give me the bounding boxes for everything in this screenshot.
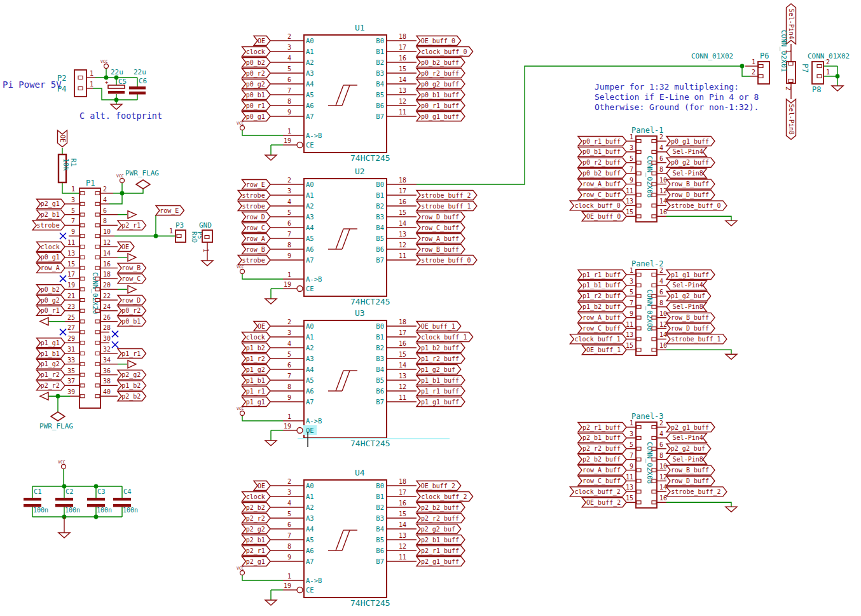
wire[interactable]	[242, 575, 283, 580]
pwr-flag-label[interactable]: PWR_FLAG	[39, 422, 73, 430]
net-label-Sel-Pin8[interactable]: Sel-Pin8	[787, 99, 796, 139]
cap-ref[interactable]: C2	[65, 488, 74, 495]
net-label-row_A_buff[interactable]: row_A_buff	[578, 313, 626, 322]
vcc-symbol[interactable]	[240, 270, 245, 274]
cap-ref[interactable]: C1	[34, 488, 42, 495]
net-label-p2_g1[interactable]: p2_g1	[242, 557, 271, 566]
net-label-OE[interactable]: OE	[58, 130, 67, 147]
net-label-p2_r2_buff[interactable]: p2_r2_buff	[417, 514, 465, 523]
net-label-p1_g2_buf[interactable]: p1_g2_buf	[666, 291, 711, 301]
resistor-ref[interactable]: R1	[69, 158, 78, 167]
net-label-p2_b1_buff[interactable]: p2_b1_buff	[578, 433, 626, 442]
net-label-p1_g1_buff[interactable]: p1_g1_buff	[666, 270, 715, 280]
net-label-p1_b2[interactable]: p1_b2	[242, 343, 271, 353]
net-label-row_C_buff[interactable]: row_C_buff	[578, 190, 626, 200]
net-label-row_B_buff[interactable]: row_B_buff	[666, 465, 715, 475]
cap-value[interactable]: 100n	[97, 507, 112, 514]
net-label-p0_r2_buff[interactable]: p0_r2_buff	[578, 158, 626, 167]
cap-ref[interactable]: C4	[123, 488, 132, 495]
net-label-p0_b1_buff[interactable]: p0_b1_buff	[578, 147, 626, 156]
net-label-strobe_buff_2[interactable]: strobe_buff_2	[417, 191, 477, 200]
capacitor-C3[interactable]	[87, 498, 105, 501]
ic-part-number[interactable]: 74HCT245	[350, 439, 390, 448]
net-label-OE_buff_1[interactable]: OE_buff_1	[582, 345, 626, 355]
net-label-OE_buff_0[interactable]: OE_buff_0	[417, 36, 461, 46]
net-label-p2_g1_buff[interactable]: p2_g1_buff	[417, 557, 465, 566]
connector-value[interactable]: GND	[199, 221, 212, 229]
net-label-p0_b2_buff[interactable]: p0_b2_buff	[578, 168, 626, 178]
net-label-p2_r2[interactable]: p2_r2	[37, 381, 65, 390]
wire[interactable]	[109, 193, 122, 204]
net-label-p0_g2_buff[interactable]: p0_g2_buff	[417, 79, 465, 89]
gnd-symbol[interactable]	[265, 299, 277, 304]
net-label-p0_r2[interactable]: p0_r2	[242, 69, 271, 78]
net-label-OE_buff_1[interactable]: OE_buff_1	[417, 322, 461, 331]
capacitor-C1[interactable]	[24, 498, 41, 501]
gnd-symbol[interactable]	[726, 354, 737, 359]
net-label-strobe_buff_0[interactable]: strobe_buff_0	[417, 256, 477, 265]
net-label-p2_b2[interactable]: p2_b2	[242, 503, 271, 512]
net-label-p2_b1[interactable]: p2_b1	[242, 535, 271, 545]
net-label-p1_r2[interactable]: p1_r2	[242, 354, 271, 364]
connector-ref[interactable]: P3	[176, 221, 184, 229]
note-jumper-line-3[interactable]: Otherwise: Ground (for non-1:32).	[595, 102, 759, 112]
capacitor-C4[interactable]	[113, 498, 131, 501]
net-label-p0_r1[interactable]: p0_r1	[242, 101, 271, 111]
net-label-p2_g2[interactable]: p2_g2	[118, 370, 146, 380]
net-label-p2_r1[interactable]: p2_r1	[242, 546, 271, 556]
net-label-Sel-Pin8[interactable]: Sel-Pin8	[666, 455, 706, 464]
net-label-p0_r2[interactable]: p0_r2	[118, 306, 146, 315]
ic-ref[interactable]: U3	[355, 308, 365, 318]
net-label-OE_buff_0[interactable]: OE_buff_0	[582, 212, 626, 221]
net-label-p2_b1_buff[interactable]: p2_b1_buff	[417, 535, 465, 545]
net-label-row_D_buff[interactable]: row_D_buff	[417, 212, 465, 222]
net-label-row_A_buff[interactable]: row_A_buff	[417, 234, 465, 243]
net-label-p2_r1[interactable]: p2_r1	[118, 221, 146, 230]
net-label-p1_g1[interactable]: p1_g1	[242, 397, 271, 407]
net-label-p0_r1[interactable]: p0_r1	[37, 306, 65, 315]
net-label-row_B[interactable]: row_B	[118, 263, 146, 273]
net-label-OE[interactable]: OE	[254, 481, 270, 491]
net-label-row_C_buff[interactable]: row_C_buff	[578, 476, 626, 486]
pwr-flag-symbol[interactable]	[51, 412, 65, 421]
net-label-p2_g2_buf[interactable]: p2_g2_buf	[417, 524, 461, 534]
net-label-p1_r2_buff[interactable]: p1_r2_buff	[417, 354, 465, 364]
net-label-p1_r2[interactable]: p1_r2	[37, 370, 65, 380]
net-label-p0_g1_buff[interactable]: p0_g1_buff	[417, 112, 465, 121]
net-label-p0_b1[interactable]: p0_b1	[118, 317, 146, 326]
cap-value[interactable]: 22u	[134, 68, 146, 76]
net-label-p2_b2_buff[interactable]: p2_b2_buff	[578, 455, 626, 464]
net-label-row_E[interactable]: row_E	[156, 206, 184, 216]
net-label-row_A[interactable]: row_A	[242, 234, 271, 243]
ic-part-number[interactable]: 74HCT245	[350, 297, 390, 306]
net-label-row_D_buff[interactable]: row_D_buff	[666, 190, 715, 200]
vcc-symbol[interactable]	[62, 465, 66, 469]
net-label-p2_b1[interactable]: p2_b1	[37, 210, 65, 219]
net-label-row_A_buff[interactable]: row_A_buff	[578, 179, 626, 189]
net-label-p1_g2[interactable]: p1_g2	[242, 365, 271, 374]
net-label-p1_b1_buff[interactable]: p1_b1_buff	[578, 280, 626, 290]
gnd-symbol[interactable]	[59, 533, 70, 538]
ic-part-number[interactable]: 74HCT245	[350, 598, 390, 608]
pwr-flag-symbol[interactable]	[136, 180, 150, 189]
net-label-row_B_buff[interactable]: row_B_buff	[666, 179, 715, 189]
cap-value[interactable]: 100n	[33, 507, 48, 514]
cap-ref[interactable]: C5	[118, 78, 127, 86]
net-label-strobe[interactable]: strobe	[238, 202, 270, 211]
connector-ref[interactable]: Panel-2	[631, 259, 664, 268]
net-label-p0_g1[interactable]: p0_g1	[242, 112, 271, 121]
net-label-strobe_buff_1[interactable]: strobe_buff_1	[666, 334, 727, 344]
note-pi-power[interactable]: Pi Power 5V	[3, 79, 62, 90]
net-label-p1_g1[interactable]: p1_g1	[37, 338, 65, 348]
connector-ref[interactable]: Panel-1	[631, 126, 664, 135]
net-label-strobe[interactable]: strobe	[238, 191, 270, 200]
net-label-p0_g2_buff[interactable]: p0_g2_buff	[666, 158, 715, 167]
net-label-p0_b2_buff[interactable]: p0_b2_buff	[417, 58, 465, 67]
net-label-Sel-Pin8[interactable]: Sel-Pin8	[666, 302, 706, 311]
net-label-clock_buff_2[interactable]: clock_buff_2	[417, 492, 473, 502]
cap-ref[interactable]: C6	[139, 77, 147, 85]
gnd-symbol[interactable]	[726, 507, 737, 512]
gnd-symbol[interactable]	[832, 86, 843, 91]
net-label-row_B_buff[interactable]: row_B_buff	[666, 313, 715, 322]
net-label-p0_b2[interactable]: p0_b2	[37, 285, 65, 294]
